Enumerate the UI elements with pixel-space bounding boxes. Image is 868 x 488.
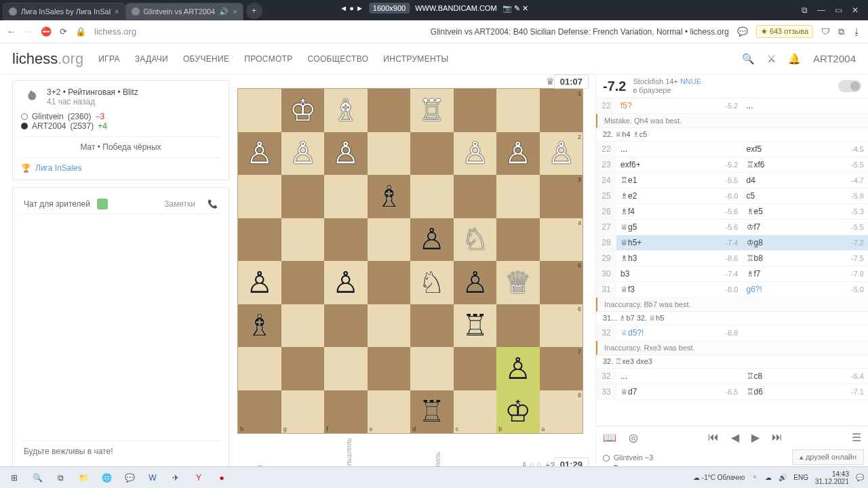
top-clock: 01:07	[554, 75, 589, 89]
browser-tab[interactable]: Лига InSales by Лига InSal×	[3, 3, 125, 20]
close-icon[interactable]: ×	[115, 7, 119, 16]
time-control: 3+2 • Рейтинговая • Blitz	[47, 87, 138, 97]
reviews-badge[interactable]: ★ 643 отзыва	[756, 25, 813, 38]
chat-icon[interactable]: 💬	[737, 26, 748, 37]
next-move-button[interactable]: ▶	[751, 431, 760, 444]
audio-icon[interactable]: 🔊	[219, 7, 229, 16]
white-player[interactable]: Glintvein (2360) −3	[21, 112, 220, 121]
nav-community[interactable]: СООБЩЕСТВО	[308, 54, 369, 64]
discord-icon[interactable]: 💬	[119, 469, 140, 487]
trophy-icon: 🏆	[21, 163, 31, 173]
friends-box[interactable]: ▴ друзей онлайн	[792, 449, 864, 465]
lock-icon: 🔒	[75, 26, 86, 37]
extensions-icon[interactable]: ⧉	[838, 26, 844, 37]
challenge-icon[interactable]: ⚔	[767, 53, 776, 65]
analysis-controls: 📖◎ ⏮◀▶⏭ ☰	[596, 426, 868, 449]
page-title: Glintvein vs ART2004: B40 Sicilian Defen…	[431, 27, 729, 37]
search-icon[interactable]: 🔍	[742, 53, 755, 65]
shield-icon[interactable]: 🛡	[821, 26, 830, 37]
chat-toggle[interactable]	[97, 199, 108, 209]
menu-icon[interactable]: ☰	[852, 431, 861, 444]
restore-down-icon: ⧉	[802, 5, 808, 15]
nav-puzzles[interactable]: ЗАДАЧИ	[135, 54, 168, 64]
taskbar: ⊞ 🔍 ⧉ 📁 🌐 💬 W ✈ Y ● ☁ -1°C Облачно ＾☁🔊EN…	[0, 466, 868, 488]
first-move-button[interactable]: ⏮	[708, 431, 719, 444]
engine-toggle[interactable]	[838, 80, 861, 92]
url-text[interactable]: lichess.org	[94, 26, 422, 37]
chess-board[interactable]: ♔♗♖1♙♙♙♙♙♙2♗3♙♘4♙♙♘♙♕5♗♖6♙7hgfe♖dc♔b8a	[237, 88, 583, 434]
nav-learn[interactable]: ОБУЧЕНИЕ	[183, 54, 229, 64]
edge-icon[interactable]: 🌐	[96, 469, 117, 487]
nav-tools[interactable]: ИНСТРУМЕНТЫ	[383, 54, 448, 64]
chat-tab[interactable]: Чат для зрителей	[24, 199, 90, 209]
game-ago: 41 час назад	[47, 97, 138, 106]
new-tab-button[interactable]: +	[246, 3, 262, 19]
start-button[interactable]: ⊞	[4, 469, 24, 487]
weather-widget: ☁ -1°C Облачно	[693, 474, 745, 481]
browser-tab[interactable]: Glintvein vs ART2004🔊×	[125, 3, 243, 20]
book-icon[interactable]: 📖	[603, 431, 616, 444]
notes-tab[interactable]: Заметки	[164, 199, 195, 209]
notifications-icon: 💬	[856, 474, 864, 481]
site-nav: lichess.org ИГРА ЗАДАЧИ ОБУЧЕНИЕ ПРОСМОТ…	[0, 43, 868, 75]
user-menu[interactable]: ART2004	[813, 53, 856, 64]
reload-button[interactable]: ⟳	[60, 26, 67, 37]
forward-button[interactable]: →	[24, 26, 33, 37]
download-icon[interactable]: ⭳	[852, 26, 861, 37]
game-result: Мат • Победа чёрных	[21, 136, 220, 152]
search-button[interactable]: 🔍	[27, 469, 47, 487]
chat-input[interactable]	[24, 447, 218, 456]
close-icon: ✕	[852, 5, 859, 15]
back-button[interactable]: ←	[7, 26, 16, 37]
tournament-link[interactable]: 🏆Лига InSales	[21, 157, 220, 173]
phone-icon[interactable]: 📞	[208, 199, 218, 209]
target-icon[interactable]: ◎	[629, 431, 638, 444]
explorer-icon[interactable]: 📁	[73, 469, 94, 487]
window-titlebar: Лига InSales by Лига InSal× Glintvein vs…	[0, 0, 868, 20]
bell-icon[interactable]: 🔔	[788, 53, 801, 65]
last-move-button[interactable]: ⏭	[772, 431, 783, 444]
task-view[interactable]: ⧉	[50, 469, 71, 487]
stop-icon[interactable]: ⛔	[41, 26, 52, 37]
window-controls[interactable]: ⧉—▭✕	[795, 0, 865, 20]
black-player[interactable]: ART2004 (2537) +4	[21, 121, 220, 131]
flame-icon	[21, 87, 40, 106]
yandex-icon[interactable]: Y	[189, 469, 209, 487]
bandicam-icon[interactable]: ●	[212, 469, 232, 487]
telegram-icon[interactable]: ✈	[165, 469, 186, 487]
nav-watch[interactable]: ПРОСМОТР	[244, 54, 292, 64]
url-bar: ← → ⛔ ⟳ 🔒 lichess.org Glintvein vs ART20…	[0, 20, 868, 43]
engine-eval: -7.2 Stockfish 14+ NNUEв браузере	[596, 75, 868, 98]
nav-play[interactable]: ИГРА	[98, 54, 120, 64]
chat-card: Чат для зрителей Заметки 📞	[12, 187, 229, 469]
word-icon[interactable]: W	[142, 469, 163, 487]
move-list[interactable]: 22f5?-5.2...Mistake. Qh4 was best.22. ♕h…	[596, 98, 868, 425]
game-meta-card: 3+2 • Рейтинговая • Blitz 41 час назад G…	[12, 80, 229, 180]
logo[interactable]: lichess.org	[12, 50, 83, 68]
minimize-icon: —	[817, 5, 825, 15]
close-icon[interactable]: ×	[233, 7, 237, 16]
system-tray[interactable]: ☁ -1°C Облачно ＾☁🔊ENG 14:4331.12.2021 💬	[693, 470, 864, 485]
bandicam-overlay: ◄ ● ►1600x900WWW.BANDICAM.COM📷 ✎ ✕	[340, 3, 528, 14]
maximize-icon: ▭	[835, 5, 842, 15]
prev-move-button[interactable]: ◀	[731, 431, 739, 444]
